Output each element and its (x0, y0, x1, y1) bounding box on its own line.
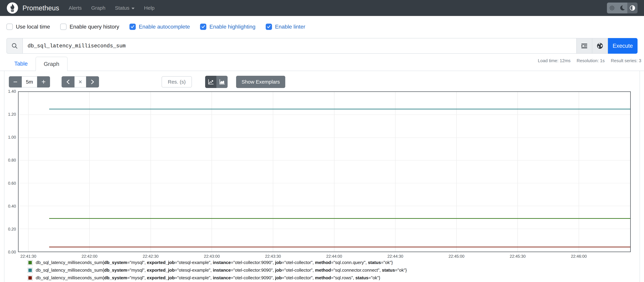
load-time: Load time: 12ms (538, 58, 570, 63)
legend-label-name: db_system (104, 260, 127, 265)
legend-row[interactable]: db_sql_latency_milliseconds_sum{db_syste… (28, 260, 640, 265)
legend-label-name: job (275, 268, 282, 273)
tab-graph[interactable]: Graph (36, 57, 68, 71)
y-tick-label: 0.80 (8, 158, 16, 163)
chart-type-toggle (205, 76, 228, 88)
legend-label-name: job (275, 275, 282, 280)
legend-label-name: exported_job (147, 260, 175, 265)
chevron-right-icon (90, 79, 95, 85)
y-gridline (18, 229, 630, 229)
globe-button[interactable] (592, 38, 608, 54)
checkbox-box (130, 24, 136, 30)
metrics-explorer-button[interactable] (577, 38, 592, 54)
line-chart-button[interactable] (205, 76, 216, 88)
series-line-3 (49, 247, 630, 247)
plot-area[interactable]: 22:41:3022:42:0022:42:3022:43:0022:43:30… (18, 91, 631, 252)
series-line-1 (49, 218, 630, 219)
x-gridline (456, 92, 457, 252)
prometheus-app: Prometheus AlertsGraphStatusHelp (0, 0, 644, 282)
time-forward-button[interactable] (86, 76, 99, 87)
y-gridline (18, 183, 630, 183)
x-gridline (579, 92, 579, 252)
checkbox-label: Enable autocomplete (139, 24, 190, 30)
legend-label-name: instance (213, 268, 231, 273)
legend-label-name: db_system (104, 268, 127, 273)
metrics-explorer-icon (581, 42, 588, 49)
show-exemplars-button[interactable]: Show Exemplars (236, 76, 285, 88)
y-gridline (18, 206, 630, 206)
legend-color-fill (28, 269, 32, 272)
nav-link-alerts[interactable]: Alerts (69, 5, 82, 11)
decrease-range-button[interactable]: − (9, 76, 22, 87)
checkbox-box (266, 24, 272, 30)
prometheus-logo-icon (6, 2, 18, 14)
legend-label-name: method (315, 268, 331, 273)
time-control-group: × (62, 76, 99, 87)
light-theme-button[interactable] (607, 2, 617, 13)
nav-link-help[interactable]: Help (144, 5, 154, 11)
check-icon (266, 24, 271, 29)
resolution-input[interactable] (162, 76, 192, 87)
x-gridline (89, 92, 90, 252)
y-tick-label: 1.00 (8, 135, 16, 140)
brand[interactable]: Prometheus (6, 2, 59, 14)
query-stats: Load time: 12ms Resolution: 1s Result se… (538, 58, 641, 63)
y-tick-label: 0.00 (8, 250, 16, 255)
range-field-wrap (22, 76, 37, 87)
legend-label-name: instance (213, 260, 231, 265)
range-control-group: − + (9, 76, 50, 87)
x-gridline (518, 92, 518, 252)
checkbox-enable-highlighting[interactable]: Enable highlighting (200, 24, 255, 30)
check-icon (201, 24, 206, 29)
tabs-row: Table Graph Load time: 12ms Resolution: … (0, 57, 644, 71)
moon-icon (619, 5, 625, 11)
legend-series-label: db_sql_latency_milliseconds_sum{db_syste… (36, 275, 380, 281)
nav-link-graph[interactable]: Graph (91, 5, 105, 11)
contrast-icon (629, 5, 636, 11)
nav-link-status[interactable]: Status (115, 5, 134, 11)
checkbox-label: Use local time (16, 24, 50, 30)
tab-table[interactable]: Table (6, 57, 36, 71)
checkbox-enable-autocomplete[interactable]: Enable autocomplete (130, 24, 190, 30)
increase-range-button[interactable]: + (37, 76, 50, 87)
legend-row[interactable]: db_sql_latency_milliseconds_sum{db_syste… (28, 268, 640, 273)
query-input[interactable] (22, 38, 577, 54)
graph-controls: − + × (4, 71, 640, 88)
legend-series-label: db_sql_latency_milliseconds_sum{db_syste… (36, 260, 393, 265)
y-axis: 1.401.201.000.800.600.400.200.00 (4, 91, 18, 252)
x-tick-label: 22:41:30 (20, 254, 36, 259)
execute-button[interactable]: Execute (608, 38, 638, 54)
result-series: Result series: 3 (611, 58, 641, 63)
y-tick-label: 0.60 (8, 181, 16, 186)
checkbox-use-local-time[interactable]: Use local time (6, 24, 50, 30)
x-gridline (150, 92, 151, 252)
x-tick-label: 22:45:30 (510, 254, 526, 259)
chevron-down-icon (132, 8, 134, 9)
x-tick-label: 22:43:00 (204, 254, 220, 259)
nav-links: AlertsGraphStatusHelp (69, 5, 154, 11)
x-gridline (28, 92, 28, 252)
x-tick-label: 22:46:00 (571, 254, 587, 259)
time-back-button[interactable] (62, 76, 74, 87)
legend-label-name: method (315, 275, 331, 280)
x-tick-label: 22:45:00 (448, 254, 464, 259)
clear-time-button[interactable]: × (74, 76, 86, 87)
legend-row[interactable]: db_sql_latency_milliseconds_sum{db_syste… (28, 275, 640, 281)
legend-label-name: exported_job (147, 268, 175, 273)
legend-series-label: db_sql_latency_milliseconds_sum{db_syste… (36, 268, 407, 273)
checkbox-enable-linter[interactable]: Enable linter (266, 24, 305, 30)
legend-color-fill (28, 261, 32, 264)
range-input[interactable] (22, 77, 37, 87)
dark-theme-button[interactable] (617, 2, 627, 13)
search-icon (11, 42, 18, 49)
x-tick-label: 22:44:30 (387, 254, 403, 259)
brand-title: Prometheus (22, 4, 59, 12)
x-tick-label: 22:44:00 (326, 254, 342, 259)
stacked-chart-button[interactable] (216, 76, 228, 88)
legend-color-swatch (28, 275, 33, 281)
x-tick-label: 22:42:00 (82, 254, 97, 259)
auto-theme-button[interactable] (627, 2, 638, 13)
checkbox-enable-query-history[interactable]: Enable query history (60, 24, 119, 30)
legend-label-name: status (382, 268, 395, 273)
query-options-bar: Use local timeEnable query historyEnable… (6, 23, 638, 30)
